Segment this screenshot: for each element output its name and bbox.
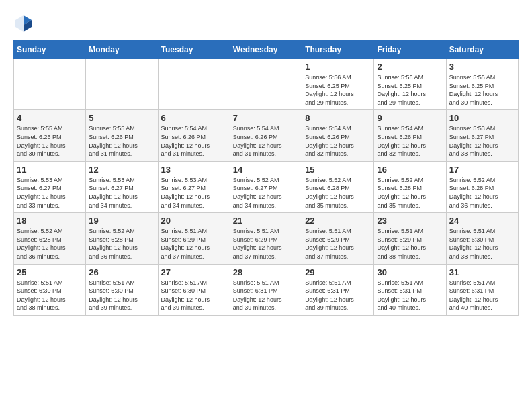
day-info: Sunrise: 5:51 AM Sunset: 6:31 PM Dayligh… [233,279,299,312]
day-info: Sunrise: 5:51 AM Sunset: 6:31 PM Dayligh… [449,279,515,312]
calendar-cell: 23Sunrise: 5:51 AM Sunset: 6:29 PM Dayli… [374,213,446,264]
day-number: 13 [161,165,227,175]
calendar-cell: 22Sunrise: 5:51 AM Sunset: 6:29 PM Dayli… [302,213,374,264]
weekday-header: Sunday [14,41,86,59]
day-number: 19 [89,216,154,226]
calendar-cell: 6Sunrise: 5:54 AM Sunset: 6:26 PM Daylig… [158,110,230,161]
logo [13,13,37,34]
calendar-cell: 24Sunrise: 5:51 AM Sunset: 6:30 PM Dayli… [446,213,518,264]
calendar-week-row: 18Sunrise: 5:52 AM Sunset: 6:28 PM Dayli… [14,213,519,264]
calendar-cell: 9Sunrise: 5:54 AM Sunset: 6:26 PM Daylig… [374,110,446,161]
day-number: 18 [17,216,83,226]
day-number: 4 [17,113,83,123]
day-info: Sunrise: 5:51 AM Sunset: 6:30 PM Dayligh… [161,279,227,312]
day-info: Sunrise: 5:52 AM Sunset: 6:28 PM Dayligh… [17,227,83,261]
day-info: Sunrise: 5:55 AM Sunset: 6:25 PM Dayligh… [449,73,515,107]
day-number: 11 [17,165,83,175]
day-info: Sunrise: 5:56 AM Sunset: 6:25 PM Dayligh… [377,73,443,107]
calendar-cell: 17Sunrise: 5:52 AM Sunset: 6:28 PM Dayli… [446,161,518,212]
day-info: Sunrise: 5:55 AM Sunset: 6:26 PM Dayligh… [89,124,154,158]
day-info: Sunrise: 5:51 AM Sunset: 6:31 PM Dayligh… [305,279,371,312]
weekday-header: Friday [374,41,446,59]
day-number: 26 [89,267,154,277]
calendar-cell: 2Sunrise: 5:56 AM Sunset: 6:25 PM Daylig… [374,59,446,110]
day-number: 1 [305,62,371,72]
day-info: Sunrise: 5:51 AM Sunset: 6:31 PM Dayligh… [377,279,443,312]
logo-icon [13,13,34,34]
day-number: 23 [377,216,443,226]
day-number: 9 [377,113,443,123]
day-number: 10 [449,113,515,123]
calendar-cell: 31Sunrise: 5:51 AM Sunset: 6:31 PM Dayli… [446,264,518,315]
calendar-cell: 25Sunrise: 5:51 AM Sunset: 6:30 PM Dayli… [14,264,86,315]
day-info: Sunrise: 5:52 AM Sunset: 6:28 PM Dayligh… [449,176,515,210]
day-number: 15 [305,165,371,175]
day-info: Sunrise: 5:51 AM Sunset: 6:30 PM Dayligh… [449,227,515,261]
calendar-week-row: 11Sunrise: 5:53 AM Sunset: 6:27 PM Dayli… [14,161,519,212]
day-number: 27 [161,267,227,277]
calendar-cell: 21Sunrise: 5:51 AM Sunset: 6:29 PM Dayli… [230,213,302,264]
day-number: 20 [161,216,227,226]
day-info: Sunrise: 5:54 AM Sunset: 6:26 PM Dayligh… [161,124,227,158]
day-info: Sunrise: 5:53 AM Sunset: 6:27 PM Dayligh… [17,176,83,210]
day-info: Sunrise: 5:53 AM Sunset: 6:27 PM Dayligh… [161,176,227,210]
day-info: Sunrise: 5:52 AM Sunset: 6:27 PM Dayligh… [233,176,299,210]
day-info: Sunrise: 5:52 AM Sunset: 6:28 PM Dayligh… [89,227,154,261]
calendar-cell [158,59,230,110]
calendar-cell: 11Sunrise: 5:53 AM Sunset: 6:27 PM Dayli… [14,161,86,212]
day-info: Sunrise: 5:56 AM Sunset: 6:25 PM Dayligh… [305,73,371,107]
calendar-cell: 14Sunrise: 5:52 AM Sunset: 6:27 PM Dayli… [230,161,302,212]
day-info: Sunrise: 5:51 AM Sunset: 6:30 PM Dayligh… [17,279,83,312]
day-number: 7 [233,113,299,123]
day-info: Sunrise: 5:52 AM Sunset: 6:28 PM Dayligh… [377,176,443,210]
day-number: 17 [449,165,515,175]
calendar-cell: 7Sunrise: 5:54 AM Sunset: 6:26 PM Daylig… [230,110,302,161]
calendar-body: 1Sunrise: 5:56 AM Sunset: 6:25 PM Daylig… [14,59,519,316]
day-info: Sunrise: 5:55 AM Sunset: 6:26 PM Dayligh… [17,124,83,158]
day-number: 2 [377,62,443,72]
calendar-cell: 29Sunrise: 5:51 AM Sunset: 6:31 PM Dayli… [302,264,374,315]
day-info: Sunrise: 5:51 AM Sunset: 6:29 PM Dayligh… [161,227,227,261]
calendar: SundayMondayTuesdayWednesdayThursdayFrid… [13,40,519,316]
day-info: Sunrise: 5:51 AM Sunset: 6:29 PM Dayligh… [377,227,443,261]
day-info: Sunrise: 5:54 AM Sunset: 6:26 PM Dayligh… [305,124,371,158]
day-number: 14 [233,165,299,175]
day-info: Sunrise: 5:53 AM Sunset: 6:27 PM Dayligh… [89,176,154,210]
day-info: Sunrise: 5:53 AM Sunset: 6:27 PM Dayligh… [449,124,515,158]
day-info: Sunrise: 5:54 AM Sunset: 6:26 PM Dayligh… [233,124,299,158]
calendar-cell: 3Sunrise: 5:55 AM Sunset: 6:25 PM Daylig… [446,59,518,110]
day-number: 6 [161,113,227,123]
weekday-header: Saturday [446,41,518,59]
day-info: Sunrise: 5:51 AM Sunset: 6:29 PM Dayligh… [305,227,371,261]
day-number: 25 [17,267,83,277]
calendar-week-row: 4Sunrise: 5:55 AM Sunset: 6:26 PM Daylig… [14,110,519,161]
day-number: 22 [305,216,371,226]
calendar-cell [14,59,86,110]
day-number: 28 [233,267,299,277]
calendar-cell: 16Sunrise: 5:52 AM Sunset: 6:28 PM Dayli… [374,161,446,212]
calendar-week-row: 1Sunrise: 5:56 AM Sunset: 6:25 PM Daylig… [14,59,519,110]
calendar-cell [86,59,158,110]
calendar-cell: 12Sunrise: 5:53 AM Sunset: 6:27 PM Dayli… [86,161,158,212]
weekday-row: SundayMondayTuesdayWednesdayThursdayFrid… [14,41,519,59]
calendar-cell: 26Sunrise: 5:51 AM Sunset: 6:30 PM Dayli… [86,264,158,315]
day-info: Sunrise: 5:54 AM Sunset: 6:26 PM Dayligh… [377,124,443,158]
day-number: 30 [377,267,443,277]
calendar-cell: 20Sunrise: 5:51 AM Sunset: 6:29 PM Dayli… [158,213,230,264]
calendar-cell: 13Sunrise: 5:53 AM Sunset: 6:27 PM Dayli… [158,161,230,212]
day-number: 12 [89,165,154,175]
day-number: 31 [449,267,515,277]
calendar-cell: 30Sunrise: 5:51 AM Sunset: 6:31 PM Dayli… [374,264,446,315]
day-number: 3 [449,62,515,72]
calendar-cell: 4Sunrise: 5:55 AM Sunset: 6:26 PM Daylig… [14,110,86,161]
day-info: Sunrise: 5:52 AM Sunset: 6:28 PM Dayligh… [305,176,371,210]
calendar-cell [230,59,302,110]
calendar-cell: 27Sunrise: 5:51 AM Sunset: 6:30 PM Dayli… [158,264,230,315]
header [13,13,519,34]
calendar-week-row: 25Sunrise: 5:51 AM Sunset: 6:30 PM Dayli… [14,264,519,315]
day-info: Sunrise: 5:51 AM Sunset: 6:30 PM Dayligh… [89,279,154,312]
calendar-cell: 10Sunrise: 5:53 AM Sunset: 6:27 PM Dayli… [446,110,518,161]
weekday-header: Tuesday [158,41,230,59]
day-info: Sunrise: 5:51 AM Sunset: 6:29 PM Dayligh… [233,227,299,261]
calendar-cell: 8Sunrise: 5:54 AM Sunset: 6:26 PM Daylig… [302,110,374,161]
